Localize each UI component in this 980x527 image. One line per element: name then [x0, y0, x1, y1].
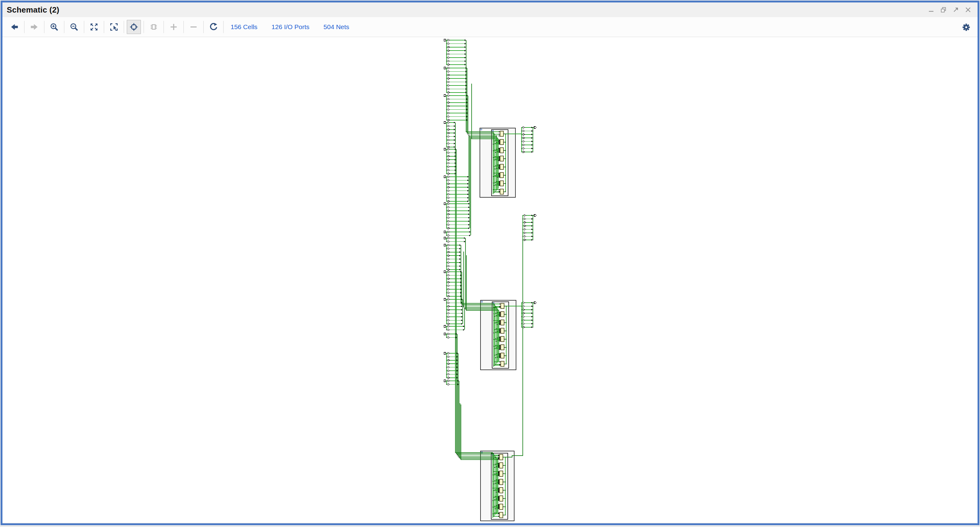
- output-port-group-3[interactable]: [521, 302, 536, 328]
- input-port-square: [444, 325, 446, 327]
- lut-cell[interactable]: [500, 512, 503, 518]
- lut-cell[interactable]: [500, 504, 503, 509]
- input-port-group-5[interactable]: [444, 148, 456, 175]
- lut-cell[interactable]: [500, 164, 503, 169]
- toolbar-separator: [183, 21, 184, 33]
- input-port-square: [444, 298, 446, 300]
- refresh-icon: [209, 22, 218, 32]
- input-port-group-11[interactable]: [444, 271, 462, 297]
- lut-cell[interactable]: [500, 479, 503, 485]
- gear-icon: [962, 23, 971, 32]
- zoom-out-button[interactable]: [67, 20, 81, 34]
- titlebar: Schematic (2): [2, 2, 978, 17]
- zoom-in-button[interactable]: [47, 20, 61, 34]
- input-port-group-16[interactable]: [444, 380, 459, 385]
- schematic-canvas[interactable]: [2, 37, 978, 523]
- toolbar-separator: [104, 21, 104, 33]
- lut-cell[interactable]: [501, 320, 504, 325]
- input-port-square: [444, 380, 446, 382]
- settings-button[interactable]: [959, 20, 973, 34]
- input-port-square: [444, 333, 446, 335]
- hierarchy-marker-icon: [492, 130, 494, 132]
- lut-cell[interactable]: [501, 361, 504, 366]
- input-port-group-4[interactable]: [444, 122, 455, 148]
- input-port-group-12[interactable]: [444, 298, 463, 325]
- input-port-group-10[interactable]: [444, 244, 461, 271]
- zoom-fit-button[interactable]: [87, 20, 101, 34]
- expand-icon: [89, 22, 99, 32]
- window-controls: [928, 2, 972, 17]
- output-port-group-1[interactable]: [521, 127, 536, 153]
- input-port-square: [444, 203, 446, 205]
- lut-cell[interactable]: [500, 454, 503, 460]
- input-port-group-8[interactable]: [444, 231, 471, 237]
- float-icon: [952, 6, 959, 13]
- autofit-selection-button[interactable]: [127, 20, 141, 34]
- lut-cell[interactable]: [501, 303, 504, 309]
- lut-cell[interactable]: [500, 139, 503, 145]
- lut-cell[interactable]: [500, 487, 503, 493]
- nets-link[interactable]: 504 Nets: [323, 23, 349, 31]
- lut-cell[interactable]: [500, 172, 503, 178]
- refresh-button[interactable]: [207, 20, 221, 34]
- lut-cell[interactable]: [501, 345, 504, 350]
- input-port-square: [444, 237, 446, 239]
- input-port-square: [444, 352, 446, 354]
- cell-block-1[interactable]: [480, 128, 515, 197]
- lut-cell[interactable]: [500, 156, 503, 161]
- lut-cell[interactable]: [501, 328, 504, 333]
- input-port-square: [444, 271, 446, 273]
- toolbar: 156 Cells126 I/O Ports504 Nets: [2, 17, 978, 37]
- input-port-group-15[interactable]: [444, 352, 458, 379]
- net-bundles: [455, 40, 472, 460]
- input-port-groups: [444, 39, 471, 385]
- input-port-group-2[interactable]: [444, 67, 467, 94]
- input-port-group-7[interactable]: [444, 203, 470, 229]
- lut-cell[interactable]: [500, 148, 503, 153]
- expand-cone-button: [167, 20, 181, 34]
- hierarchy-marker-icon: [480, 129, 482, 130]
- output-port-pentagon: [534, 215, 536, 216]
- lut-cell[interactable]: [501, 336, 504, 342]
- cell-block-2[interactable]: [480, 300, 516, 370]
- input-port-square: [444, 95, 446, 97]
- lut-cell[interactable]: [501, 312, 504, 317]
- input-port-square: [444, 148, 446, 150]
- toolbar-settings: [959, 17, 973, 37]
- lut-cell[interactable]: [501, 353, 504, 358]
- restore-button[interactable]: [940, 6, 948, 14]
- window-title: Schematic (2): [7, 5, 59, 15]
- restore-icon: [940, 6, 947, 13]
- minimize-icon: [928, 6, 935, 13]
- lut-cell[interactable]: [500, 496, 503, 501]
- lut-cell[interactable]: [500, 463, 503, 468]
- hierarchy-marker-icon: [481, 301, 483, 303]
- io-ports-link[interactable]: 126 I/O Ports: [272, 23, 310, 31]
- lut-cell[interactable]: [500, 471, 503, 476]
- output-port-group-2[interactable]: [522, 215, 536, 241]
- lut-cell[interactable]: [500, 131, 503, 136]
- lut-cell[interactable]: [500, 181, 503, 186]
- cells-link[interactable]: 156 Cells: [231, 23, 258, 31]
- zoom-selection-button[interactable]: [107, 20, 121, 34]
- forward-button: [27, 20, 41, 34]
- lut-cell[interactable]: [500, 189, 503, 194]
- toolbar-separator: [124, 21, 124, 33]
- zoom-in-icon: [49, 22, 59, 32]
- cell-block-3[interactable]: [480, 451, 514, 521]
- input-port-group-1[interactable]: [444, 39, 466, 65]
- float-button[interactable]: [952, 6, 960, 14]
- add-cell-button: [147, 20, 161, 34]
- input-port-group-9[interactable]: [444, 237, 466, 243]
- input-port-group-3[interactable]: [444, 95, 468, 121]
- toolbar-links: 156 Cells126 I/O Ports504 Nets: [231, 23, 349, 31]
- minimize-button[interactable]: [928, 6, 935, 14]
- back-button[interactable]: [7, 20, 21, 34]
- close-button[interactable]: [964, 6, 972, 14]
- toolbar-buttons: [7, 20, 226, 34]
- toolbar-separator: [223, 21, 224, 33]
- crosshair-icon: [129, 22, 138, 32]
- input-port-group-14[interactable]: [444, 333, 457, 339]
- plus-icon: [169, 22, 178, 32]
- input-port-group-13[interactable]: [444, 325, 465, 331]
